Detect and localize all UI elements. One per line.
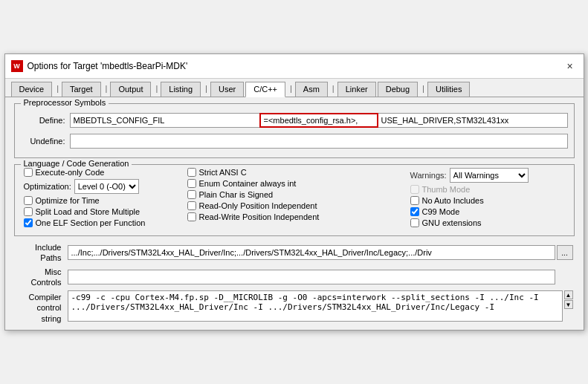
- tab-linker[interactable]: Linker: [337, 82, 376, 97]
- window-title: Options for Target 'mbedtls-BearPi-MDK': [28, 61, 188, 71]
- define-label: Define:: [21, 116, 65, 125]
- strict-ansi-label: Strict ANSI C: [199, 168, 247, 177]
- define-input-wrapper: [70, 113, 568, 128]
- title-bar: W Options for Target 'mbedtls-BearPi-MDK…: [5, 54, 584, 79]
- plain-char-checkbox[interactable]: [187, 190, 196, 199]
- execute-only-row: Execute-only Code: [24, 168, 181, 177]
- preprocessor-group: Preprocessor Symbols Define: Undefine:: [14, 103, 575, 158]
- misc-controls-row: MiscControls: [14, 267, 575, 288]
- tab-target[interactable]: Target: [62, 82, 101, 97]
- close-button[interactable]: ×: [563, 59, 578, 74]
- optimize-time-row: Optimize for Time: [24, 196, 181, 205]
- readwrite-pos-label: Read-Write Position Independent: [199, 212, 320, 221]
- language-columns: Execute-only Code Optimization: Level 0 …: [21, 168, 568, 230]
- app-icon: W: [11, 60, 23, 72]
- misc-controls-label: MiscControls: [14, 267, 66, 288]
- c99-mode-label: C99 Mode: [422, 207, 460, 216]
- sep2: |: [103, 82, 111, 95]
- tab-asm[interactable]: Asm: [295, 82, 328, 97]
- gnu-ext-label: GNU extensions: [422, 218, 482, 227]
- thumb-mode-row: Thumb Mode: [410, 185, 565, 194]
- sep4: |: [202, 82, 210, 95]
- split-load-label: Split Load and Store Multiple: [36, 207, 140, 216]
- lang-col3: Warnings: No WarningsAll WarningsMISRA W…: [404, 168, 568, 230]
- tab-utilities[interactable]: Utilities: [427, 82, 470, 97]
- tab-output[interactable]: Output: [110, 82, 151, 97]
- compiler-scrollbar: ▲ ▼: [564, 290, 575, 309]
- gnu-ext-checkbox[interactable]: [410, 218, 419, 227]
- one-elf-label: One ELF Section per Function: [36, 218, 146, 227]
- readwrite-pos-row: Read-Write Position Independent: [187, 212, 401, 221]
- gnu-ext-row: GNU extensions: [410, 218, 565, 227]
- include-paths-input[interactable]: [68, 245, 555, 260]
- undefine-label: Undefine:: [21, 137, 65, 146]
- include-paths-row: IncludePaths ...: [14, 242, 575, 264]
- compiler-control-textarea[interactable]: -c99 -c -cpu Cortex-M4.fp.sp -D__MICROLI…: [68, 290, 563, 322]
- enum-container-row: Enum Container always int: [187, 179, 401, 188]
- strict-ansi-checkbox[interactable]: [187, 168, 196, 177]
- lang-col2: Strict ANSI C Enum Container always int …: [184, 168, 404, 230]
- plain-char-row: Plain Char is Signed: [187, 190, 401, 199]
- enum-container-checkbox[interactable]: [187, 179, 196, 188]
- c99-mode-row: C99 Mode: [410, 207, 565, 216]
- warnings-select[interactable]: No WarningsAll WarningsMISRA Warnings: [450, 168, 529, 183]
- plain-char-label: Plain Char is Signed: [199, 190, 274, 199]
- readonly-pos-checkbox[interactable]: [187, 201, 196, 210]
- define-row: Define:: [21, 113, 568, 128]
- include-paths-browse[interactable]: ...: [557, 245, 573, 260]
- c99-mode-checkbox[interactable]: [410, 207, 419, 216]
- scroll-up-btn[interactable]: ▲: [564, 290, 573, 299]
- preprocessor-group-label: Preprocessor Symbols: [21, 98, 109, 107]
- tab-listing[interactable]: Listing: [161, 82, 201, 97]
- no-auto-checkbox[interactable]: [410, 196, 419, 205]
- language-group-label: Language / Code Generation: [21, 159, 132, 168]
- warnings-row: Warnings: No WarningsAll WarningsMISRA W…: [410, 168, 565, 183]
- compiler-control-row: Compilercontrolstring -c99 -c -cpu Corte…: [14, 290, 575, 324]
- strict-ansi-row: Strict ANSI C: [187, 168, 401, 177]
- split-load-row: Split Load and Store Multiple: [24, 207, 181, 216]
- tab-cpp[interactable]: C/C++: [245, 82, 285, 97]
- optimization-label: Optimization:: [24, 182, 71, 191]
- compiler-control-label: Compilercontrolstring: [14, 290, 66, 324]
- one-elf-row: One ELF Section per Function: [24, 218, 181, 227]
- no-auto-label: No Auto Includes: [422, 196, 484, 205]
- scroll-down-btn[interactable]: ▼: [564, 300, 573, 309]
- language-group: Language / Code Generation Execute-only …: [14, 164, 575, 236]
- define-input-left[interactable]: [70, 113, 259, 128]
- readonly-pos-row: Read-Only Position Independent: [187, 201, 401, 210]
- lang-col1: Execute-only Code Optimization: Level 0 …: [21, 168, 184, 230]
- misc-controls-input[interactable]: [68, 270, 555, 284]
- readwrite-pos-checkbox[interactable]: [187, 212, 196, 221]
- optimize-time-label: Optimize for Time: [36, 196, 100, 205]
- main-content: Preprocessor Symbols Define: Undefine: L…: [5, 97, 584, 330]
- optimize-time-checkbox[interactable]: [24, 196, 33, 205]
- main-window: W Options for Target 'mbedtls-BearPi-MDK…: [4, 53, 584, 331]
- tab-bar: Device | Target | Output | Listing | Use…: [5, 79, 584, 97]
- split-load-checkbox[interactable]: [24, 207, 33, 216]
- warnings-label: Warnings:: [410, 171, 447, 180]
- one-elf-checkbox[interactable]: [24, 218, 33, 227]
- sep5: |: [287, 82, 295, 95]
- undefine-row: Undefine:: [21, 134, 568, 149]
- optimization-select[interactable]: Level 0 (-O0)Level 1 (-O1)Level 2 (-O2)L…: [74, 179, 139, 194]
- tab-debug[interactable]: Debug: [378, 82, 418, 97]
- undefine-input[interactable]: [70, 134, 568, 149]
- no-auto-row: No Auto Includes: [410, 196, 565, 205]
- optimization-row: Optimization: Level 0 (-O0)Level 1 (-O1)…: [24, 179, 181, 194]
- readonly-pos-label: Read-Only Position Independent: [199, 201, 317, 210]
- sep1: |: [54, 82, 62, 95]
- include-paths-label: IncludePaths: [14, 242, 66, 264]
- execute-only-checkbox[interactable]: [24, 168, 33, 177]
- define-input-highlight[interactable]: [259, 113, 378, 128]
- sep6: |: [329, 82, 337, 95]
- sep3: |: [152, 82, 161, 95]
- tab-user[interactable]: User: [210, 82, 244, 97]
- tab-device[interactable]: Device: [11, 82, 53, 97]
- sep7: |: [419, 82, 427, 95]
- enum-container-label: Enum Container always int: [199, 179, 297, 188]
- thumb-mode-checkbox[interactable]: [410, 185, 419, 194]
- define-input-right[interactable]: [378, 113, 568, 128]
- execute-only-label: Execute-only Code: [36, 168, 105, 177]
- title-bar-left: W Options for Target 'mbedtls-BearPi-MDK…: [11, 60, 188, 72]
- thumb-mode-label: Thumb Mode: [422, 185, 471, 194]
